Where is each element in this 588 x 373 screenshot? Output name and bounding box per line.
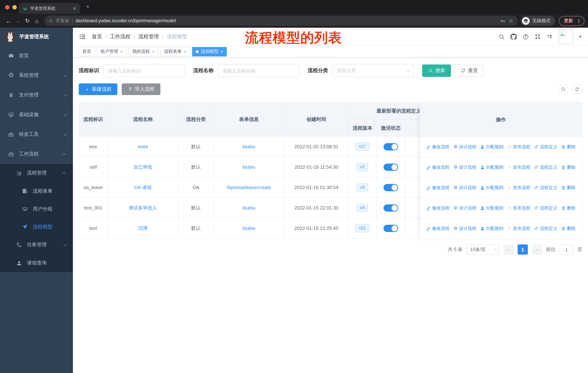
design-process-link[interactable]: ⚙设计流程 [453, 185, 476, 191]
version-badge[interactable]: v17 [355, 142, 370, 151]
design-process-link[interactable]: ⚙设计流程 [453, 164, 476, 171]
sidebar-item-payment-management[interactable]: ¥ 支付管理 [0, 85, 73, 105]
design-process-link[interactable]: ⚙设计流程 [453, 144, 476, 150]
form-info-link[interactable]: /bpm/oa/leave/create [227, 185, 271, 190]
form-info-link[interactable]: biubiu [243, 225, 255, 231]
version-badge[interactable]: v21 [355, 224, 370, 232]
delete-link[interactable]: 删除 [561, 185, 576, 191]
sidebar-item-leave-query[interactable]: 请假查询 [0, 254, 73, 272]
home-icon[interactable]: ⌂ [32, 18, 42, 24]
delete-link[interactable]: 删除 [561, 144, 576, 150]
publish-process-link[interactable]: ☝发布流程 [507, 144, 530, 150]
create-process-button[interactable]: + 新建流程 [79, 83, 117, 95]
reload-icon[interactable]: ↻ [23, 18, 32, 24]
assign-rule-link[interactable]: 分配规则 [480, 185, 504, 191]
show-search-button[interactable] [558, 84, 568, 94]
reset-button[interactable]: 重置 [455, 64, 484, 77]
search-icon[interactable] [498, 33, 505, 40]
version-badge[interactable]: v2 [356, 163, 368, 171]
publish-process-link[interactable]: ☝发布流程 [507, 164, 530, 171]
modify-process-link[interactable]: 修改流程 [426, 225, 450, 232]
process-name-input[interactable] [218, 64, 300, 77]
active-toggle[interactable] [383, 143, 398, 150]
avatar[interactable] [558, 29, 573, 44]
tag-my-process[interactable]: 我的流程 × [129, 47, 158, 56]
new-tab-button[interactable]: + [86, 3, 90, 10]
next-page-button[interactable]: › [532, 244, 542, 255]
sidebar-item-process-form[interactable]: 流程表单 [0, 182, 73, 200]
refresh-table-button[interactable] [572, 84, 582, 94]
active-toggle[interactable] [383, 225, 398, 232]
back-icon[interactable]: ← [4, 18, 13, 24]
assign-rule-link[interactable]: 分配规则 [480, 205, 504, 211]
process-definition-link[interactable]: 流程定义 [534, 225, 557, 232]
breadcrumb-workflow[interactable]: 工作流程 [110, 33, 130, 40]
delete-link[interactable]: 删除 [561, 205, 576, 211]
page-size-select[interactable]: 10条/页 [467, 244, 499, 255]
delete-link[interactable]: 删除 [561, 164, 576, 171]
active-toggle[interactable] [383, 163, 398, 171]
design-process-link[interactable]: ⚙设计流程 [453, 205, 476, 211]
sidebar-item-system-management[interactable]: ⚙ 系统管理 [0, 66, 73, 85]
modify-process-link[interactable]: 修改流程 [426, 185, 450, 191]
bookmark-star-icon[interactable]: ☆ [509, 18, 513, 24]
version-badge[interactable]: v4 [356, 203, 368, 212]
browser-tab[interactable]: 芋道管理系统 ✕ [19, 3, 80, 14]
process-definition-link[interactable]: 流程定义 [534, 144, 557, 150]
assign-rule-link[interactable]: 分配规则 [480, 164, 504, 171]
menu-dots-icon[interactable]: ⋮ [576, 18, 581, 23]
modify-process-link[interactable]: 修改流程 [426, 205, 450, 211]
search-button[interactable]: 搜索 [422, 64, 451, 77]
model-name-link[interactable]: 滔博 [138, 225, 148, 231]
sidebar-item-process-management[interactable]: 流程管理 [0, 164, 73, 182]
sidebar-item-dev-tools[interactable]: 研发工具 [0, 125, 73, 144]
model-name-link[interactable]: 测试多审批人 [129, 205, 157, 210]
minimize-window-icon[interactable] [12, 5, 17, 10]
sidebar-item-user-group[interactable]: 用户分组 [0, 200, 73, 218]
fullscreen-icon[interactable] [535, 33, 541, 40]
process-definition-link[interactable]: 流程定义 [534, 164, 557, 171]
version-badge[interactable]: v5 [356, 183, 368, 192]
form-info-link[interactable]: biubiu [243, 205, 255, 211]
sidebar-item-home[interactable]: 首页 [0, 46, 73, 66]
breadcrumb-process-management[interactable]: 流程管理 [138, 33, 159, 40]
update-button[interactable]: 更新 ⋮ [559, 16, 584, 26]
form-info-link[interactable]: biubiu [243, 144, 255, 149]
assign-rule-link[interactable]: 分配规则 [480, 144, 504, 150]
close-icon[interactable]: × [184, 49, 186, 54]
design-process-link[interactable]: ⚙设计流程 [453, 225, 476, 232]
sidebar-item-process-model[interactable]: 流程模型 [0, 218, 73, 236]
sidebar-item-infrastructure[interactable]: 基础设施 [0, 105, 73, 125]
model-name-link[interactable]: eeee [138, 144, 148, 149]
sidebar-item-task-management[interactable]: 任务管理 [0, 236, 73, 254]
publish-process-link[interactable]: ☝发布流程 [507, 205, 530, 211]
active-toggle[interactable] [383, 204, 398, 212]
delete-link[interactable]: 删除 [561, 225, 576, 232]
process-id-input[interactable] [103, 64, 185, 77]
page-1-button[interactable]: 1 [518, 244, 528, 255]
tab-close-icon[interactable]: ✕ [73, 6, 77, 11]
modify-process-link[interactable]: 修改流程 [426, 164, 450, 171]
tag-process-model[interactable]: 流程模型 × [192, 47, 227, 56]
github-icon[interactable] [510, 33, 517, 40]
url-bar[interactable]: ⚠ 不安全 dashboard.yudao.iocoder.cn/bpm/man… [44, 16, 518, 26]
forward-icon[interactable]: → [13, 18, 23, 24]
active-toggle[interactable] [383, 184, 398, 191]
model-name-link[interactable]: 自己审批 [133, 164, 152, 170]
publish-process-link[interactable]: ☝发布流程 [507, 185, 530, 191]
close-window-icon[interactable] [5, 5, 10, 10]
prev-page-button[interactable]: ‹ [504, 244, 514, 255]
key-icon[interactable] [500, 18, 506, 23]
close-icon[interactable]: × [152, 49, 155, 54]
tag-home[interactable]: 首页 [79, 47, 95, 56]
model-name-link[interactable]: OA 请假 [134, 184, 151, 190]
process-category-select[interactable]: 流程分类 [332, 64, 414, 77]
process-definition-link[interactable]: 流程定义 [534, 185, 557, 191]
sidebar-item-workflow[interactable]: 工作流程 [0, 144, 73, 164]
form-info-link[interactable]: biubiu [243, 164, 255, 170]
import-process-button[interactable]: 导入流程 [122, 83, 160, 95]
close-icon[interactable]: × [120, 49, 123, 54]
help-icon[interactable] [522, 33, 529, 40]
process-definition-link[interactable]: 流程定义 [534, 205, 557, 211]
goto-page-input[interactable] [560, 244, 573, 255]
